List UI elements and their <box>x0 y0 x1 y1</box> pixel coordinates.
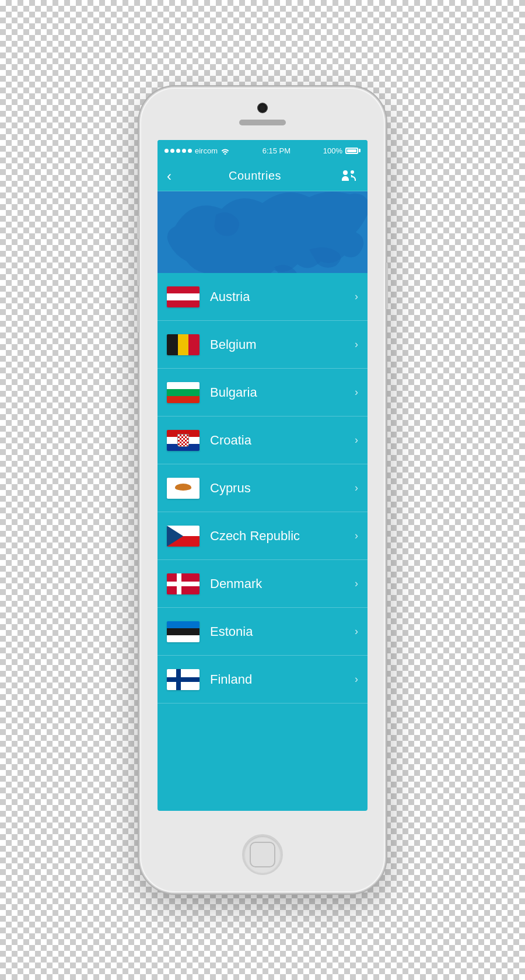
country-name-belgium: Belgium <box>210 337 355 352</box>
country-name-austria: Austria <box>210 289 355 304</box>
country-item-belgium[interactable]: Belgium › <box>158 321 368 369</box>
wifi-icon <box>220 147 230 155</box>
country-name-denmark: Denmark <box>210 576 355 592</box>
flag-czech <box>167 526 200 547</box>
signal-dot-1 <box>164 149 169 153</box>
page-title: Countries <box>229 169 281 183</box>
status-right: 100% <box>323 146 360 155</box>
country-item-finland[interactable]: Finland › <box>158 656 368 704</box>
signal-dot-2 <box>170 149 174 153</box>
nav-bar: ‹ Countries <box>158 161 368 191</box>
flag-austria <box>167 286 200 307</box>
country-name-estonia: Estonia <box>210 624 355 639</box>
status-time: 6:15 PM <box>262 146 290 155</box>
country-item-bulgaria[interactable]: Bulgaria › <box>158 369 368 416</box>
chevron-bulgaria: › <box>355 386 358 398</box>
battery-icon <box>345 148 360 154</box>
chevron-belgium: › <box>355 338 358 351</box>
country-item-denmark[interactable]: Denmark › <box>158 560 368 608</box>
flag-cyprus <box>167 478 200 499</box>
flag-bulgaria <box>167 382 200 403</box>
chevron-austria: › <box>355 290 358 303</box>
chevron-czech: › <box>355 530 358 542</box>
flag-belgium <box>167 334 200 355</box>
mute-button[interactable] <box>137 216 140 239</box>
country-name-finland: Finland <box>210 672 355 687</box>
flag-estonia <box>167 621 200 642</box>
phone-screen: eircom 6:15 PM 100% ‹ Countries <box>158 140 368 811</box>
power-button[interactable] <box>385 262 388 309</box>
volume-up-button[interactable] <box>137 251 140 286</box>
battery-percent: 100% <box>323 146 342 155</box>
country-name-bulgaria: Bulgaria <box>210 385 355 400</box>
status-left: eircom <box>164 146 230 155</box>
country-item-croatia[interactable]: Croatia › <box>158 416 368 464</box>
signal-dot-3 <box>176 149 180 153</box>
carrier-name: eircom <box>195 146 218 155</box>
country-item-austria[interactable]: Austria › <box>158 273 368 321</box>
country-name-czech: Czech Republic <box>210 528 355 544</box>
europe-map <box>158 191 368 273</box>
chevron-finland: › <box>355 673 358 685</box>
back-button[interactable]: ‹ <box>167 169 172 183</box>
users-icon[interactable] <box>338 168 358 184</box>
camera <box>258 104 267 112</box>
status-bar: eircom 6:15 PM 100% <box>158 140 368 161</box>
chevron-croatia: › <box>355 434 358 446</box>
signal-strength <box>164 149 192 153</box>
flag-finland <box>167 669 200 690</box>
country-name-croatia: Croatia <box>210 433 355 448</box>
country-item-czech[interactable]: Czech Republic › <box>158 512 368 560</box>
volume-down-button[interactable] <box>137 298 140 332</box>
home-button[interactable] <box>242 834 283 875</box>
country-name-cyprus: Cyprus <box>210 481 355 496</box>
map-background <box>158 191 368 273</box>
country-item-cyprus[interactable]: Cyprus › <box>158 464 368 512</box>
home-button-inner <box>250 842 275 867</box>
speaker <box>239 120 286 125</box>
country-list: Austria › Belgium › Bu <box>158 273 368 704</box>
flag-denmark <box>167 573 200 594</box>
chevron-denmark: › <box>355 578 358 590</box>
chevron-cyprus: › <box>355 482 358 494</box>
phone-frame: eircom 6:15 PM 100% ‹ Countries <box>140 88 385 892</box>
flag-croatia <box>167 430 200 451</box>
signal-dot-5 <box>188 149 192 153</box>
signal-dot-4 <box>182 149 186 153</box>
chevron-estonia: › <box>355 625 358 638</box>
country-item-estonia[interactable]: Estonia › <box>158 608 368 656</box>
